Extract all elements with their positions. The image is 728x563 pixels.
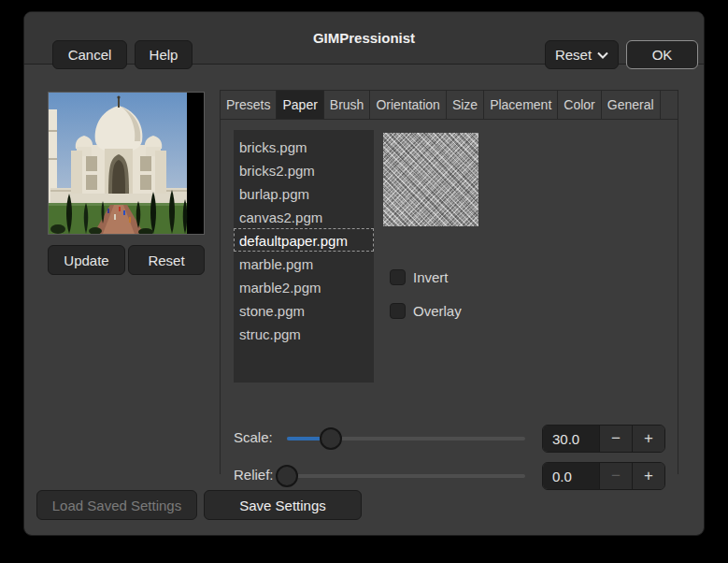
reset-button-label: Reset (555, 47, 592, 63)
file-row-defaultpaper[interactable]: defaultpaper.pgm (234, 228, 374, 252)
paper-texture-thumbnail (383, 133, 478, 226)
relief-spinbox: 0.0 − + (542, 462, 665, 490)
scale-value[interactable]: 30.0 (543, 426, 599, 452)
tab-strip: PresetsPaperBrushOrientationSizePlacemen… (221, 91, 678, 120)
invert-checkbox-row[interactable]: Invert (390, 269, 449, 285)
overlay-checkbox[interactable] (390, 303, 406, 319)
file-row-stone[interactable]: stone.pgm (234, 298, 374, 322)
tab-presets[interactable]: Presets (221, 91, 277, 119)
relief-plus-button[interactable]: + (632, 463, 664, 489)
relief-slider-handle[interactable] (276, 465, 298, 487)
file-row-canvas2[interactable]: canvas2.pgm (234, 205, 374, 228)
invert-label: Invert (413, 269, 449, 285)
screen-background: Cancel Help GIMPressionist Reset OK (0, 0, 728, 563)
save-settings-button[interactable]: Save Settings (204, 490, 362, 520)
relief-minus-button[interactable]: − (599, 463, 632, 489)
tab-orientation[interactable]: Orientation (370, 91, 446, 119)
chevron-down-icon (597, 51, 608, 59)
file-row-struc[interactable]: struc.pgm (234, 322, 374, 345)
ok-button[interactable]: OK (626, 40, 698, 69)
file-row-marble[interactable]: marble.pgm (234, 252, 374, 275)
load-saved-settings-button[interactable]: Load Saved Settings (36, 490, 197, 520)
titlebar: Cancel Help GIMPressionist Reset OK (24, 12, 704, 65)
relief-row: Relief: 0.0 − + (221, 462, 678, 490)
tab-paper[interactable]: Paper (277, 91, 323, 119)
relief-slider[interactable] (287, 474, 525, 478)
tab-brush[interactable]: Brush (324, 91, 371, 119)
overlay-label: Overlay (413, 303, 462, 319)
invert-checkbox[interactable] (390, 269, 406, 285)
scale-row: Scale: 30.0 − + (221, 425, 678, 453)
gimpressionist-dialog: Cancel Help GIMPressionist Reset OK (23, 11, 705, 536)
scale-plus-button[interactable]: + (632, 426, 664, 452)
tab-strip-filler (661, 91, 678, 119)
taj-mahal-preview-image (49, 93, 204, 234)
reset-dropdown-button[interactable]: Reset (545, 40, 619, 69)
file-row-bricks2[interactable]: bricks2.pgm (234, 158, 374, 181)
settings-notebook: PresetsPaperBrushOrientationSizePlacemen… (220, 90, 678, 474)
scale-label: Scale: (234, 429, 273, 445)
tab-general[interactable]: General (602, 91, 661, 119)
file-row-marble2[interactable]: marble2.pgm (234, 275, 374, 298)
scale-slider[interactable] (287, 437, 525, 440)
tab-size[interactable]: Size (447, 91, 484, 119)
preview-reset-button[interactable]: Reset (128, 245, 205, 275)
update-button[interactable]: Update (48, 245, 125, 275)
paper-tab-panel: bricks.pgmbricks2.pgmburlap.pgmcanvas2.p… (221, 120, 678, 474)
scale-minus-button[interactable]: − (599, 426, 632, 452)
scale-spinbox: 30.0 − + (542, 425, 665, 453)
preview-image (48, 92, 205, 235)
overlay-checkbox-row[interactable]: Overlay (390, 303, 462, 319)
tab-color[interactable]: Color (558, 91, 601, 119)
relief-value[interactable]: 0.0 (543, 463, 599, 489)
file-row-burlap[interactable]: burlap.pgm (234, 181, 374, 205)
paper-file-list[interactable]: bricks.pgmbricks2.pgmburlap.pgmcanvas2.p… (234, 130, 374, 383)
tab-placement[interactable]: Placement (484, 91, 558, 119)
relief-label: Relief: (234, 467, 274, 483)
scale-slider-handle[interactable] (320, 427, 342, 450)
file-row-bricks[interactable]: bricks.pgm (234, 135, 374, 158)
